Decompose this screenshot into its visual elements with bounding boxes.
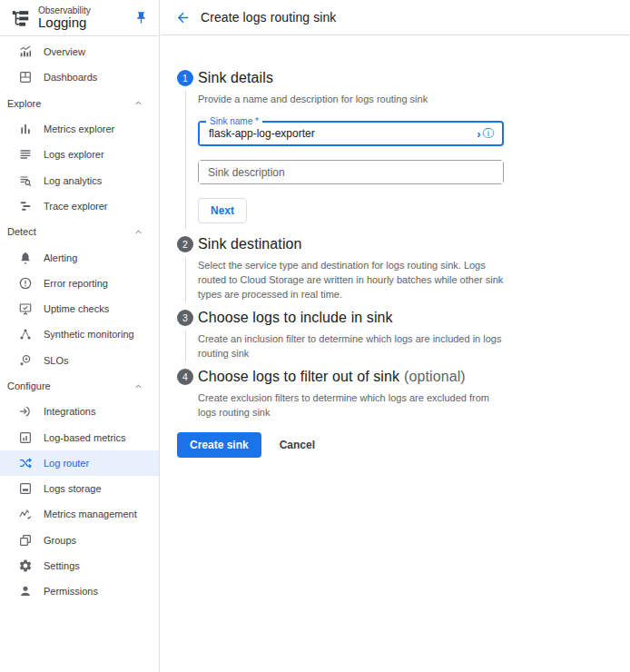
step-3-badge: 3 xyxy=(177,310,193,326)
step-4-badge: 4 xyxy=(177,369,193,385)
trace-explorer-icon xyxy=(18,199,33,213)
sidebar-item-label: Groups xyxy=(44,535,76,546)
step-1-title: Sink details xyxy=(198,70,608,86)
product-header: Observability Logging xyxy=(0,0,159,36)
integrations-icon xyxy=(18,404,33,419)
step-1-badge: 1 xyxy=(177,70,193,86)
step-3-title: Choose logs to include in sink xyxy=(198,310,608,326)
sidebar-item-integrations[interactable]: Integrations xyxy=(0,399,159,424)
sidebar-item-metrics-explorer[interactable]: Metrics explorer xyxy=(0,116,159,142)
chevron-up-icon xyxy=(133,226,144,238)
sink-description-input[interactable] xyxy=(199,161,503,183)
sidebar-item-label: Log router xyxy=(44,458,89,469)
sidebar-item-log-based-metrics[interactable]: Log-based metrics xyxy=(0,424,159,450)
logs-storage-icon xyxy=(18,481,33,496)
sidebar-item-overview[interactable]: Overview xyxy=(0,39,159,64)
sidebar-section-detect[interactable]: Detect xyxy=(0,219,159,244)
slos-icon xyxy=(18,353,33,368)
step-2-title: Sink destination xyxy=(198,236,608,252)
sidebar-item-logs-explorer[interactable]: Logs explorer xyxy=(0,142,159,167)
sidebar-item-label: Trace explorer xyxy=(44,201,108,212)
sidebar-item-settings[interactable]: Settings xyxy=(0,553,159,578)
chevron-up-icon xyxy=(133,380,144,392)
error-reporting-icon xyxy=(18,276,33,291)
create-sink-button[interactable]: Create sink xyxy=(177,432,261,458)
page-header: Create logs routing sink xyxy=(161,0,630,35)
sidebar-item-log-analytics[interactable]: Log analytics xyxy=(0,167,159,193)
step-connector xyxy=(185,331,186,361)
step-4-title-suffix: (optional) xyxy=(404,369,466,384)
sidebar-item-dashboards[interactable]: Dashboards xyxy=(0,64,159,90)
gear-icon xyxy=(18,558,33,573)
sidebar-item-label: Integrations xyxy=(44,406,95,417)
main-panel: Create logs routing sink 1 Sink details … xyxy=(161,0,630,672)
sidebar-item-label: SLOs xyxy=(44,355,69,366)
sidebar-item-groups[interactable]: Groups xyxy=(0,528,159,553)
cancel-button[interactable]: Cancel xyxy=(280,439,315,451)
logs-explorer-icon xyxy=(18,147,33,162)
sidebar-item-log-router[interactable]: Log router xyxy=(0,450,159,476)
sidebar-item-label: Logs storage xyxy=(44,483,102,494)
sink-name-label: Sink name * xyxy=(206,116,262,126)
info-icon[interactable]: ⓘ xyxy=(483,128,495,140)
sidebar-item-uptime-checks[interactable]: Uptime checks xyxy=(0,296,159,321)
step-sink-destination: 2 Sink destination Select the service ty… xyxy=(177,236,608,310)
step-include-logs: 3 Choose logs to include in sink Create … xyxy=(177,310,608,369)
metrics-explorer-icon xyxy=(18,122,33,136)
step-4-title: Choose logs to filter out of sink(option… xyxy=(198,369,608,385)
sidebar-item-error-reporting[interactable]: Error reporting xyxy=(0,271,159,296)
sidebar-item-label: Alerting xyxy=(44,252,77,263)
sidebar: Observability Logging Overview Dashboard… xyxy=(0,0,160,672)
sink-description-field xyxy=(198,160,504,184)
sidebar-item-label: Uptime checks xyxy=(44,303,109,314)
sidebar-item-metrics-management[interactable]: Metrics management xyxy=(0,501,159,527)
sidebar-item-label: Log-based metrics xyxy=(44,432,126,443)
step-4-title-text: Choose logs to filter out of sink xyxy=(198,369,399,384)
sidebar-item-label: Log analytics xyxy=(44,175,102,186)
sidebar-item-label: Overview xyxy=(44,46,85,57)
form-actions: Create sink Cancel xyxy=(177,432,608,458)
section-label: Configure xyxy=(7,380,51,391)
pin-icon[interactable] xyxy=(134,11,148,25)
page-title: Create logs routing sink xyxy=(201,10,336,25)
sidebar-item-slos[interactable]: SLOs xyxy=(0,348,159,373)
sidebar-item-label: Error reporting xyxy=(44,278,108,289)
logging-logo-icon xyxy=(9,8,33,28)
synthetic-monitoring-icon xyxy=(18,327,33,341)
step-sink-details: 1 Sink details Provide a name and descri… xyxy=(177,70,608,236)
chevron-up-icon xyxy=(133,97,144,109)
chevron-right-icon: › xyxy=(477,128,480,140)
overview-icon xyxy=(18,44,33,59)
sidebar-item-logs-storage[interactable]: Logs storage xyxy=(0,476,159,501)
sidebar-section-configure[interactable]: Configure xyxy=(0,373,159,399)
metrics-management-icon xyxy=(18,507,33,521)
sidebar-item-alerting[interactable]: Alerting xyxy=(0,244,159,270)
step-4-description: Create exclusion filters to determine wh… xyxy=(198,390,507,420)
section-label: Explore xyxy=(7,98,41,109)
sidebar-item-label: Permissions xyxy=(44,586,98,597)
next-button[interactable]: Next xyxy=(198,198,247,223)
sidebar-item-label: Metrics management xyxy=(44,509,137,519)
step-connector xyxy=(185,257,186,302)
sidebar-item-trace-explorer[interactable]: Trace explorer xyxy=(0,193,159,219)
groups-icon xyxy=(18,533,33,548)
log-router-icon xyxy=(18,456,33,470)
back-arrow-icon[interactable] xyxy=(175,10,191,25)
sidebar-item-label: Dashboards xyxy=(44,72,97,83)
sidebar-section-explore[interactable]: Explore xyxy=(0,91,159,116)
uptime-checks-icon xyxy=(18,301,33,316)
sidebar-item-permissions[interactable]: Permissions xyxy=(0,578,159,604)
stepper: 1 Sink details Provide a name and descri… xyxy=(161,35,630,458)
step-connector xyxy=(185,91,186,229)
step-2-description: Select the service type and destination … xyxy=(198,258,511,301)
step-1-description: Provide a name and description for logs … xyxy=(198,92,516,106)
sidebar-item-label: Settings xyxy=(44,560,80,571)
log-analytics-icon xyxy=(18,173,33,188)
step-2-badge: 2 xyxy=(177,236,193,252)
section-label: Detect xyxy=(7,226,36,237)
step-3-description: Create an inclusion filter to determine … xyxy=(198,331,523,361)
sidebar-item-label: Logs explorer xyxy=(44,149,104,160)
sidebar-item-synthetic-monitoring[interactable]: Synthetic monitoring xyxy=(0,321,159,347)
dashboards-icon xyxy=(18,70,33,84)
sidebar-item-label: Synthetic monitoring xyxy=(44,329,134,340)
